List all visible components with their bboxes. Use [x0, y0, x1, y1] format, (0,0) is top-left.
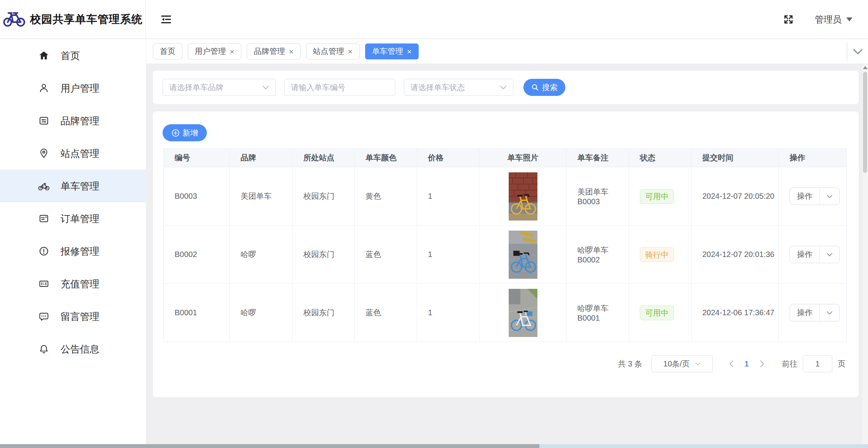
chevron-down-icon[interactable]: [820, 304, 839, 321]
fullscreen-icon[interactable]: [781, 12, 796, 27]
tab-home[interactable]: 首页: [153, 43, 182, 59]
next-page-button[interactable]: [755, 355, 769, 372]
table-row: B0003 美团单车 校园东门 黄色 1: [164, 167, 847, 226]
goto-label: 前往: [782, 359, 797, 369]
chat-bubble-icon: [38, 311, 50, 322]
chevron-down-icon[interactable]: [820, 246, 839, 263]
tab-bikes[interactable]: 单车管理 ×: [365, 43, 419, 59]
chevron-down-icon: [500, 85, 507, 90]
user-dropdown[interactable]: 管理员: [815, 14, 852, 26]
scroll-up-arrow-icon[interactable]: [863, 66, 868, 69]
sidebar-item-notices[interactable]: 公告信息: [0, 333, 146, 365]
cell-code: B0003: [164, 167, 230, 226]
chevron-down-icon: [262, 85, 269, 90]
cell-remark: 美团单车B0003: [567, 167, 629, 226]
horizontal-scrollbar-thumb[interactable]: [0, 444, 539, 448]
bicycle-icon: [38, 180, 50, 192]
search-button[interactable]: 搜索: [523, 79, 565, 96]
cell-price: 1: [417, 284, 480, 342]
col-remark: 单车备注: [567, 149, 629, 167]
status-badge: 骑行中: [640, 247, 674, 262]
tab-brands[interactable]: 品牌管理 ×: [247, 43, 300, 59]
col-price: 价格: [417, 149, 480, 167]
status-select[interactable]: 请选择单车状态: [404, 79, 513, 96]
cell-time: 2024-12-07 20:01:36: [691, 226, 779, 284]
cell-time: 2024-12-07 20:05:20: [691, 167, 779, 226]
row-action-button[interactable]: 操作: [790, 246, 820, 263]
prev-page-button[interactable]: [724, 355, 738, 372]
tabs-more-dropdown[interactable]: [848, 39, 868, 64]
app-logo: 校园共享单车管理系统: [0, 0, 146, 39]
cell-brand: 美团单车: [230, 167, 293, 226]
close-icon[interactable]: ×: [348, 47, 353, 56]
row-action-button[interactable]: 操作: [790, 188, 820, 205]
sidebar-item-messages[interactable]: 留言管理: [0, 300, 146, 333]
open-tabs-bar: 首页 用户管理 × 品牌管理 × 站点管理 × 单车管理 ×: [146, 39, 868, 64]
sidebar-item-repairs[interactable]: 报修管理: [0, 235, 146, 267]
page-unit-label: 页: [838, 359, 845, 369]
warning-circle-icon: [38, 245, 50, 257]
pagination-total: 共 3 条: [618, 359, 642, 369]
col-station: 所处站点: [293, 149, 355, 167]
col-color: 单车颜色: [355, 149, 417, 167]
col-actions: 操作: [779, 149, 847, 167]
cell-code: B0002: [164, 226, 230, 284]
close-icon[interactable]: ×: [230, 47, 234, 56]
row-action-split-button: 操作: [790, 304, 840, 321]
close-icon[interactable]: ×: [289, 47, 293, 56]
sidebar-item-stations[interactable]: 站点管理: [0, 137, 146, 170]
sidebar-item-bikes[interactable]: 单车管理: [0, 170, 146, 202]
cell-color: 黄色: [355, 167, 417, 226]
banknote-icon: [38, 278, 50, 290]
page-size-select[interactable]: 10条/页: [651, 355, 713, 372]
table-row: B0002 哈啰 校园东门 蓝色 1: [164, 226, 847, 284]
chevron-down-icon: [853, 49, 863, 55]
sidebar-item-users[interactable]: 用户管理: [0, 72, 146, 104]
user-name: 管理员: [815, 14, 842, 26]
sidebar-fold-icon[interactable]: [157, 10, 175, 29]
row-action-button[interactable]: 操作: [790, 304, 820, 321]
caret-down-icon: [846, 17, 852, 21]
chevron-down-icon: [695, 362, 701, 366]
chevron-left-icon: [729, 360, 734, 368]
bell-icon: [38, 343, 50, 355]
close-icon[interactable]: ×: [407, 47, 412, 56]
sidebar-item-orders[interactable]: 订单管理: [0, 202, 146, 235]
col-status: 状态: [629, 149, 691, 167]
bike-photo[interactable]: [509, 231, 537, 279]
add-bike-button[interactable]: 新增: [163, 124, 207, 141]
bike-photo[interactable]: [509, 172, 537, 221]
vertical-scrollbar-thumb[interactable]: [863, 72, 867, 173]
bikes-table: 编号 品牌 所处站点 单车颜色 价格 单车照片 单车备注 状态 提交时间 操作 …: [163, 148, 847, 342]
goto-page-input[interactable]: [803, 355, 832, 372]
tab-stations[interactable]: 站点管理 ×: [306, 43, 360, 59]
main-content: 请选择单车品牌 请选择单车状态 搜索 新增 编号: [146, 64, 862, 444]
bike-code-input-wrap: [284, 79, 395, 96]
status-badge: 可用中: [640, 306, 674, 320]
cell-station: 校园东门: [293, 167, 355, 226]
sidebar-item-brands[interactable]: 品牌管理: [0, 104, 146, 137]
sidebar-item-recharges[interactable]: 充值管理: [0, 267, 146, 300]
cell-time: 2024-12-06 17:36:47: [691, 284, 779, 342]
chevron-right-icon: [760, 360, 765, 368]
brand-card-icon: [38, 115, 50, 127]
cell-remark: 哈啰单车B0001: [567, 284, 629, 342]
cell-remark: 哈啰单车B0002: [567, 226, 629, 284]
row-action-split-button: 操作: [790, 246, 840, 263]
table-header-row: 编号 品牌 所处站点 单车颜色 价格 单车照片 单车备注 状态 提交时间 操作: [164, 149, 847, 167]
horizontal-scrollbar[interactable]: [0, 444, 868, 448]
bike-code-input[interactable]: [291, 83, 389, 92]
vertical-scrollbar[interactable]: [862, 64, 868, 444]
header-actions: 管理员: [781, 0, 852, 39]
page-number-1[interactable]: 1: [738, 359, 755, 368]
brand-select[interactable]: 请选择单车品牌: [163, 79, 276, 96]
sidebar-item-home[interactable]: 首页: [0, 39, 146, 72]
col-code: 编号: [164, 149, 230, 167]
tab-users[interactable]: 用户管理 ×: [188, 43, 241, 59]
chevron-down-icon[interactable]: [820, 188, 839, 205]
bike-photo[interactable]: [509, 289, 537, 337]
bicycle-logo-icon: [3, 10, 26, 29]
cell-brand: 哈啰: [230, 284, 293, 342]
user-icon: [38, 82, 50, 94]
cell-color: 蓝色: [355, 284, 417, 342]
